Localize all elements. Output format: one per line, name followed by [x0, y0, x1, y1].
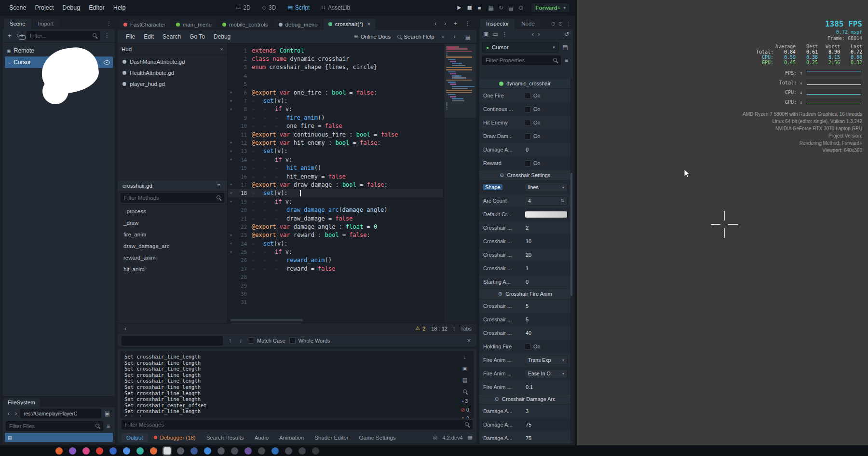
- code-line[interactable]: ▾6@export var one_fire : bool = false:: [228, 88, 443, 97]
- horizontal-scrollbar[interactable]: [231, 319, 303, 321]
- number-field[interactable]: 2: [525, 225, 529, 231]
- update-spinner-icon[interactable]: ↻: [499, 5, 503, 11]
- code-line[interactable]: 4: [228, 71, 443, 80]
- code-line[interactable]: 27»»»reward = false: [228, 264, 443, 273]
- code-line[interactable]: 30: [228, 290, 443, 298]
- object-selector[interactable]: ● Cursor ▾: [482, 42, 559, 53]
- script-menu-go-to[interactable]: Go To: [185, 32, 209, 41]
- movie-mode-icon[interactable]: ▦: [488, 5, 494, 11]
- number-field[interactable]: 40: [525, 330, 531, 336]
- code-line[interactable]: ▾12@export var hit_enemy : bool = false:: [228, 138, 443, 147]
- fold-icon[interactable]: ▾: [230, 191, 232, 195]
- link-online-docs[interactable]: ⊕Online Docs: [354, 34, 391, 40]
- bottom-tab-game-settings[interactable]: Game Settings: [354, 433, 401, 442]
- visibility-eye-icon[interactable]: [104, 60, 110, 65]
- code-line[interactable]: 26»»»reward_anim(): [228, 256, 443, 264]
- fold-icon[interactable]: ▾: [230, 250, 232, 254]
- taskbar-app-icon[interactable]: [285, 447, 292, 455]
- script-item-healthattribute-gd[interactable]: HealthAttribute.gd: [118, 67, 227, 78]
- open-docs-icon[interactable]: ▤: [561, 43, 570, 52]
- script-tab-mobile-controls[interactable]: mobile_controls: [217, 20, 273, 30]
- code-line[interactable]: ▾7»set(v):: [228, 97, 443, 105]
- workspace-tab-2d[interactable]: ▭2D: [231, 3, 256, 13]
- taskbar-app-icon[interactable]: [150, 447, 157, 455]
- code-editor[interactable]: 1extends Control2class_name dynamic_cros…: [228, 43, 476, 323]
- method-item-reward-anim[interactable]: reward_anim: [118, 252, 227, 263]
- number-field[interactable]: 0: [525, 279, 529, 285]
- tab-scene[interactable]: Scene: [4, 19, 31, 29]
- dropdown[interactable]: lines▾: [525, 183, 568, 192]
- stop-button[interactable]: ■: [476, 4, 482, 12]
- dropdown[interactable]: Ease In O▾: [525, 369, 568, 378]
- add-node-button[interactable]: +: [6, 31, 13, 40]
- current-script-row[interactable]: crosshair.gd ≡: [118, 180, 227, 192]
- script-item-dashmanaattribute-gd[interactable]: DashManaAttribute.gd: [118, 56, 227, 67]
- code-line[interactable]: ▾18»set(v):: [228, 189, 443, 197]
- code-line[interactable]: ▾8»»if v:: [228, 105, 443, 113]
- filter-properties-input[interactable]: [482, 55, 561, 65]
- taskbar-app-icon[interactable]: [244, 447, 252, 455]
- code-line[interactable]: 31: [228, 298, 443, 306]
- filter-nodes-field[interactable]: [27, 31, 100, 41]
- fs-sort-icon[interactable]: ≡: [105, 422, 112, 430]
- taskbar-app-icon[interactable]: [312, 447, 319, 455]
- tab-import[interactable]: Import: [32, 19, 60, 29]
- filter-files-field[interactable]: [6, 421, 103, 431]
- spinner[interactable]: 4⇅: [525, 196, 568, 206]
- workspace-tab-assetlib[interactable]: ⊔AssetLib: [316, 3, 355, 13]
- code-line[interactable]: ▾24»set(v):: [228, 239, 443, 248]
- dock-options-icon[interactable]: ⋮: [566, 21, 571, 27]
- code-line[interactable]: 3enum crosshair_shape {lines, circle}: [228, 63, 443, 71]
- bottom-tab-output[interactable]: Output: [122, 433, 148, 442]
- number-field[interactable]: 0: [525, 147, 529, 152]
- bottom-tab-search-results[interactable]: Search Results: [202, 433, 249, 442]
- errors-badge[interactable]: ⊘0: [461, 407, 469, 413]
- edit-next-object-icon[interactable]: ›: [538, 31, 540, 38]
- taskbar-app-icon[interactable]: [258, 447, 265, 455]
- fs-selected-file[interactable]: ▤: [5, 433, 113, 442]
- code-line[interactable]: ▾13»set(v):: [228, 147, 443, 155]
- code-line[interactable]: 2class_name dynamic_crosshair: [228, 55, 443, 63]
- link-search-help[interactable]: Search Help: [397, 34, 434, 40]
- play-button[interactable]: ▶: [456, 3, 461, 12]
- resource-menu-icon[interactable]: ⋮: [502, 31, 508, 38]
- taskbar-app-icon[interactable]: [217, 447, 225, 455]
- filter-messages-field[interactable]: [122, 420, 473, 429]
- renderer-select[interactable]: Forward+ ▾: [531, 3, 570, 13]
- fold-icon[interactable]: ▾: [230, 182, 232, 187]
- code-line[interactable]: 9»»»fire_anim(): [228, 113, 443, 122]
- notification-icon[interactable]: ◎: [433, 435, 438, 440]
- method-item-hit-anim[interactable]: hit_anim: [118, 263, 227, 275]
- script-menu-search[interactable]: Search: [158, 32, 185, 41]
- script-tab-main-menu[interactable]: main_menu: [171, 20, 217, 30]
- taskbar-app-icon[interactable]: [271, 447, 279, 455]
- checkbox[interactable]: [248, 337, 254, 344]
- taskbar-app-icon[interactable]: [136, 447, 144, 455]
- number-field[interactable]: 10: [525, 238, 531, 244]
- checkbox[interactable]: [289, 337, 296, 344]
- menu-debug[interactable]: Debug: [58, 3, 84, 13]
- workspace-tab-3d[interactable]: ◇3D: [258, 3, 281, 13]
- code-line[interactable]: 20»»»draw_damage_arc(damage_angle): [228, 206, 443, 214]
- history-icon[interactable]: ⊙: [551, 21, 556, 27]
- workspace-tab-script[interactable]: ▤Script: [283, 3, 314, 13]
- code-line[interactable]: 10»»»one_fire = false: [228, 122, 443, 130]
- zoom-icon[interactable]: ⊕: [518, 5, 523, 11]
- whole-words-option[interactable]: Whole Words: [289, 337, 330, 344]
- tab-inspector[interactable]: Inspector: [480, 19, 515, 29]
- object-menu-icon[interactable]: ⊙: [558, 21, 563, 27]
- section-header-crosshair-settings[interactable]: ⚙Crosshair Settings: [479, 170, 570, 180]
- find-prev-icon[interactable]: ↑: [227, 336, 233, 345]
- messages-badge[interactable]: ▪3: [462, 399, 468, 404]
- checkbox[interactable]: [525, 93, 531, 99]
- scroll-to-bottom-icon[interactable]: ↓: [461, 353, 468, 361]
- bottom-tab-audio[interactable]: Audio: [250, 433, 273, 442]
- fold-icon[interactable]: ▾: [230, 90, 232, 95]
- taskbar-app-icon[interactable]: [177, 447, 184, 455]
- number-field[interactable]: 5: [525, 317, 529, 322]
- fs-forward-icon[interactable]: ›: [13, 409, 19, 418]
- script-menu-icon[interactable]: ⋮: [463, 19, 473, 28]
- instance-scene-button[interactable]: [15, 31, 25, 40]
- menu-editor[interactable]: Editor: [84, 3, 109, 13]
- taskbar-app-icon[interactable]: [231, 447, 238, 455]
